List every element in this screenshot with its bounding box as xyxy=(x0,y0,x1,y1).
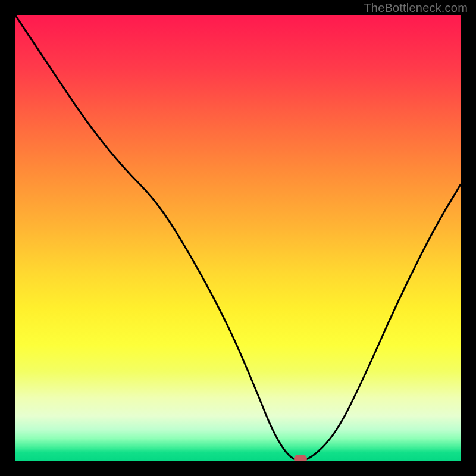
watermark-text: TheBottleneck.com xyxy=(364,1,468,15)
optimal-point-marker xyxy=(294,455,307,461)
plot-area xyxy=(15,15,461,461)
chart-frame: TheBottleneck.com xyxy=(0,0,476,476)
bottleneck-curve xyxy=(15,15,461,461)
